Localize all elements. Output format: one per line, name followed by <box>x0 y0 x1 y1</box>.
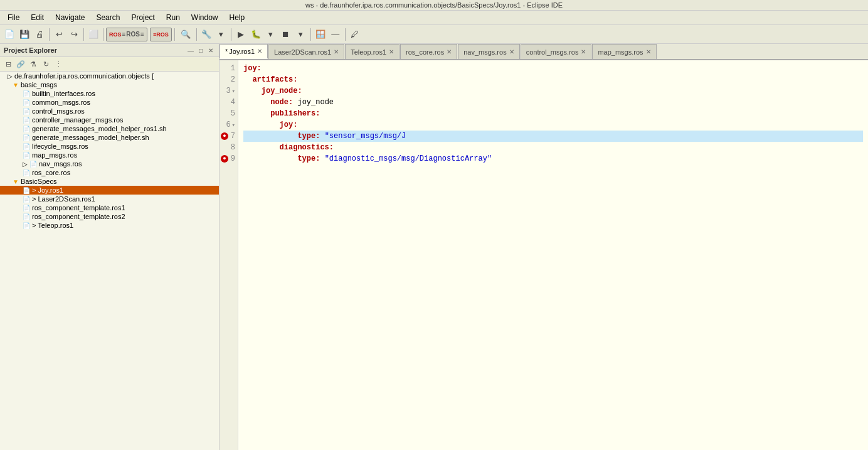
code-line-5: publishers: <box>243 108 863 119</box>
stop-btn[interactable]: ⏹ <box>279 28 293 41</box>
file-icon: 📄 <box>23 108 30 115</box>
debug-btn[interactable]: 🐛 <box>249 28 263 41</box>
code-line-1: joy: <box>243 63 863 74</box>
menu-run[interactable]: Run <box>161 12 185 23</box>
menu-file[interactable]: File <box>3 12 24 23</box>
menu-help[interactable]: Help <box>225 12 250 23</box>
code-content[interactable]: joy: artifacts: joy_node: node: joy_node… <box>238 60 868 450</box>
sidebar-title: Project Explorer <box>4 46 57 54</box>
tab-close-control-msgs[interactable]: ✕ <box>581 48 586 55</box>
undo-button[interactable]: ↩ <box>52 28 66 41</box>
menu-project[interactable]: Project <box>126 12 159 23</box>
tab-close-ros-core[interactable]: ✕ <box>447 48 452 55</box>
line-num-1: 1 <box>220 63 238 74</box>
sidebar-close[interactable]: ✕ <box>206 46 215 55</box>
sync-btn[interactable]: ↻ <box>40 58 51 70</box>
tree-item-builtin[interactable]: 📄 builtin_interfaces.ros <box>0 89 219 98</box>
tree-item-basicspecs[interactable]: ▼ BasicSpecs <box>0 177 219 186</box>
line-num-9: ● 9 <box>220 153 238 164</box>
menu-navigate[interactable]: Navigate <box>50 12 90 23</box>
line-num-7: ● 7 <box>220 131 238 142</box>
ros-button-2[interactable]: ≡ROS <box>150 28 172 41</box>
tree-item-basic-msgs[interactable]: ▼ basic_msgs <box>0 80 219 89</box>
tab-control-msgs[interactable]: control_msgs.ros ✕ <box>521 44 592 59</box>
editor-area: * Joy.ros1 ✕ Laser2DScan.ros1 ✕ Teleop.r… <box>220 44 868 450</box>
tab-joy-ros1[interactable]: * Joy.ros1 ✕ <box>220 44 268 59</box>
tab-nav-msgs[interactable]: nav_msgs.ros ✕ <box>458 44 519 59</box>
tree-item-controller-manager-msgs[interactable]: 📄 controller_manager_msgs.ros <box>0 115 219 124</box>
tree-item-component-ros1[interactable]: 📄 ros_component_template.ros1 <box>0 203 219 212</box>
tree-item-gen-ros1[interactable]: 📄 generate_messages_model_helper_ros1.sh <box>0 124 219 133</box>
window-title: ws - de.fraunhofer.ipa.ros.communication… <box>305 1 563 9</box>
file-icon: 📄 <box>23 99 30 106</box>
file-icon: 📄 <box>23 134 30 141</box>
code-line-8: diagnostics: <box>243 142 863 153</box>
main-layout: Project Explorer — □ ✕ ⊟ 🔗 ⚗ ↻ ⋮ ▷ de.fr… <box>0 44 868 450</box>
error-icon-7: ● <box>221 132 228 140</box>
tree-item-teleop-ros1[interactable]: 📄 > Teleop.ros1 <box>0 221 219 230</box>
tab-laser-ros1[interactable]: Laser2DScan.ros1 ✕ <box>268 44 344 59</box>
sidebar-tree: ▷ de.fraunhofer.ipa.ros.communication.ob… <box>0 72 219 450</box>
sidebar-controls: — □ ✕ <box>186 46 215 55</box>
fold-icon-6[interactable]: ▾ <box>232 122 235 129</box>
sidebar-maximize[interactable]: □ <box>196 46 205 55</box>
tree-item-control-msgs[interactable]: 📄 control_msgs.ros <box>0 107 219 115</box>
open-perspective-btn[interactable]: 🪟 <box>314 28 327 41</box>
tree-item-root[interactable]: ▷ de.fraunhofer.ipa.ros.communication.ob… <box>0 72 219 80</box>
fold-icon-3[interactable]: ▾ <box>232 88 235 95</box>
tool-btn-a[interactable]: 🔧 <box>199 28 213 41</box>
print-button[interactable]: 🖨 <box>33 28 46 41</box>
menu-edit[interactable]: Edit <box>26 12 49 23</box>
toolbar-sep-8 <box>345 28 346 41</box>
collapse-all-btn[interactable]: ⊟ <box>3 58 14 70</box>
tree-item-laser-ros1[interactable]: 📄 > Laser2DScan.ros1 <box>0 195 219 203</box>
code-line-7: type: "sensor_msgs/msg/J <box>243 131 863 142</box>
redo-button[interactable]: ↪ <box>67 28 81 41</box>
folder-icon: ▼ <box>13 82 19 88</box>
tab-close-laser[interactable]: ✕ <box>334 48 339 55</box>
save-button[interactable]: 💾 <box>18 28 31 41</box>
tab-close-teleop[interactable]: ✕ <box>389 48 394 55</box>
tree-item-joy-ros1[interactable]: 📄 > Joy.ros1 <box>0 186 219 195</box>
new-button[interactable]: 📄 <box>3 28 16 41</box>
tree-item-common-msgs[interactable]: 📄 common_msgs.ros <box>0 98 219 107</box>
line-num-6: 6▾ <box>220 119 238 131</box>
file-icon: 📄 <box>23 213 30 220</box>
toolbar-sep-6 <box>231 28 231 41</box>
tab-teleop-ros1[interactable]: Teleop.ros1 ✕ <box>345 44 400 59</box>
tab-close-nav-msgs[interactable]: ✕ <box>509 48 514 55</box>
tree-item-lifecycle[interactable]: 📄 lifecycle_msgs.ros <box>0 142 219 151</box>
menu-window[interactable]: Window <box>186 12 223 23</box>
ros-button-1[interactable]: ROS≡ROS≡ <box>106 28 147 41</box>
tab-close-map-msgs[interactable]: ✕ <box>646 48 651 55</box>
tab-map-msgs[interactable]: map_msgs.ros ✕ <box>592 44 656 59</box>
project-icon: ▷ <box>8 73 13 80</box>
tab-close-joy[interactable]: ✕ <box>257 48 262 55</box>
filter-btn[interactable]: ⚗ <box>28 58 39 70</box>
sidebar-header: Project Explorer — □ ✕ <box>0 44 219 57</box>
minimize-view-btn[interactable]: — <box>329 28 342 41</box>
link-editor-btn[interactable]: 🔗 <box>15 58 26 70</box>
search-toolbar-btn[interactable]: 🔍 <box>177 28 194 41</box>
sidebar-minimize[interactable]: — <box>186 46 195 55</box>
toolbar-sep-7 <box>310 28 311 41</box>
tree-item-map-msgs[interactable]: 📄 map_msgs.ros <box>0 151 219 159</box>
more-btn[interactable]: ⋮ <box>53 58 64 70</box>
marker-btn[interactable]: 🖊 <box>348 28 362 41</box>
tree-item-nav-msgs[interactable]: ▷ 📄 nav_msgs.ros <box>0 159 219 168</box>
tree-item-component-ros2[interactable]: 📄 ros_component_template.ros2 <box>0 212 219 221</box>
menu-search[interactable]: Search <box>91 12 125 23</box>
tool-btn-b[interactable]: ▾ <box>214 28 228 41</box>
view-button[interactable]: ⬜ <box>87 28 100 41</box>
error-icon-9: ● <box>221 155 228 163</box>
arrow-icon: ▷ <box>23 161 28 168</box>
stop-last-btn[interactable]: ▾ <box>294 28 308 41</box>
tree-item-ros-core[interactable]: 📄 ros_core.ros <box>0 168 219 177</box>
run-btn[interactable]: ▶ <box>234 28 248 41</box>
tree-item-gen-sh[interactable]: 📄 generate_messages_model_helper.sh <box>0 133 219 142</box>
run-last-btn[interactable]: ▾ <box>264 28 278 41</box>
line-num-3: 3▾ <box>220 85 238 97</box>
tab-ros-core[interactable]: ros_core.ros ✕ <box>400 44 457 59</box>
code-editor[interactable]: 1 2 3▾ 4 5 6▾ ● 7 8 ● 9 <box>220 60 868 450</box>
folder-icon-2: ▼ <box>13 178 19 185</box>
